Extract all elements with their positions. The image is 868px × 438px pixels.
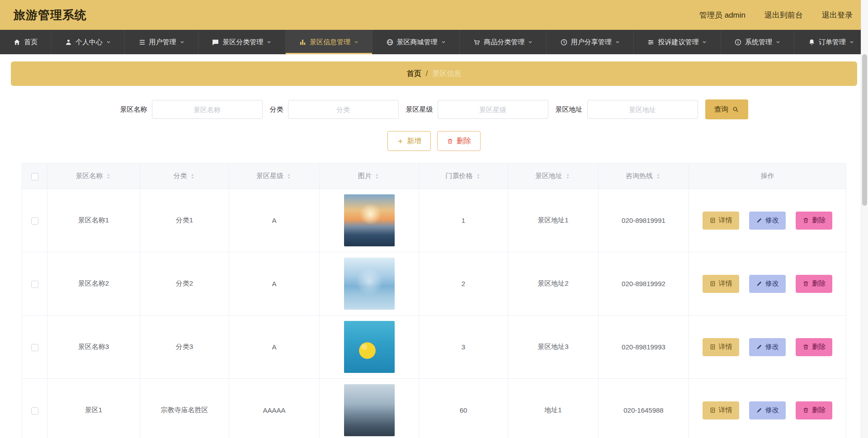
column-header-hotline[interactable]: 咨询热线 [599,164,689,189]
row-checkbox[interactable] [31,407,38,414]
column-header-star-level[interactable]: 景区星级 [229,164,320,189]
cell-category: 分类3 [140,316,229,379]
sort-icon[interactable] [374,173,380,179]
column-header-ticket-price[interactable]: 门票价格 [419,164,508,189]
scenic-image [344,194,395,246]
table-row: 景区名称1 分类1 A 1 景区地址1 020-89819991 详情 修改 删… [22,189,846,252]
bulk-delete-button[interactable]: 删除 [437,131,481,151]
row-delete-button[interactable]: 删除 [796,401,832,419]
cell-category: 分类1 [140,189,229,252]
sliders-icon [647,38,655,46]
detail-button[interactable]: 详情 [703,212,739,230]
column-label: 操作 [761,172,774,180]
cell-star-level: A [229,189,320,252]
edit-button[interactable]: 修改 [749,401,786,419]
chevron-down-icon [266,39,272,45]
main-nav: 首页 个人中心 用户管理 景区分类管理 景区信息管理 景区商城管理 商品分类管理… [0,30,868,54]
row-delete-button[interactable]: 删除 [796,212,832,230]
scenic-image [344,321,395,373]
filter-fields: 景区名称 分类 景区星级 景区地址 [120,100,705,119]
back-to-front-link[interactable]: 退出到前台 [764,10,803,20]
nav-item-label: 个人中心 [75,38,103,47]
filter-field-scenic-name: 景区名称 [120,100,263,119]
chevron-down-icon [354,39,359,45]
column-header-category[interactable]: 分类 [140,164,229,189]
nav-item-scenic-info-management[interactable]: 景区信息管理 [286,30,373,54]
cell-star-level: A [229,252,320,316]
add-button[interactable]: 新增 [387,131,431,151]
detail-button[interactable]: 详情 [703,401,739,419]
cell-scenic-name: 景区名称3 [47,316,140,379]
bell-icon [808,38,816,46]
breadcrumb-home[interactable]: 首页 [407,69,421,79]
row-checkbox-cell [22,189,47,252]
chevron-down-icon [106,39,111,45]
nav-item-order-management[interactable]: 订单管理 [794,30,868,54]
cell-scenic-name: 景区名称2 [47,252,140,316]
search-button[interactable]: 查询 [705,99,748,119]
app-title: 旅游管理系统 [14,7,87,23]
detail-button[interactable]: 详情 [703,275,739,293]
column-header-scenic-address[interactable]: 景区地址 [508,164,599,189]
sort-icon[interactable] [565,173,571,179]
nav-item-scenic-mall-management[interactable]: 景区商城管理 [373,30,460,54]
nav-item-home[interactable]: 首页 [0,30,52,54]
column-label: 咨询热线 [626,172,653,180]
scrollbar-thumb[interactable] [862,54,867,206]
nav-item-label: 投诉建议管理 [658,38,698,47]
nav-item-personal-center[interactable]: 个人中心 [52,30,125,54]
cell-ticket-price: 1 [419,189,508,252]
page-scrollbar[interactable] [861,0,868,438]
sort-icon[interactable] [286,173,292,179]
chevron-down-icon [179,39,185,45]
cell-hotline: 020-89819992 [599,252,689,316]
row-checkbox[interactable] [31,217,38,225]
select-all-checkbox[interactable] [31,173,38,180]
row-checkbox[interactable] [31,281,38,288]
filter-field-scenic-address: 景区地址 [556,100,698,119]
column-header-scenic-name[interactable]: 景区名称 [47,164,140,189]
scenic-name-input[interactable] [152,100,263,119]
chevron-down-icon [615,39,620,45]
table-body: 景区名称1 分类1 A 1 景区地址1 020-89819991 详情 修改 删… [22,189,846,438]
nav-item-system-management[interactable]: 系统管理 [721,30,795,54]
nav-item-user-management[interactable]: 用户管理 [125,30,198,54]
row-delete-button[interactable]: 删除 [796,275,832,293]
cell-actions: 详情 修改 删除 [689,379,846,438]
row-delete-button[interactable]: 删除 [796,338,832,356]
row-checkbox[interactable] [31,344,38,351]
cell-ticket-price: 2 [419,252,508,316]
cell-image [320,189,419,252]
sort-icon[interactable] [475,173,481,179]
trash-icon [447,138,453,145]
scenic-address-input[interactable] [587,100,698,119]
edit-button[interactable]: 修改 [749,338,786,356]
cell-actions: 详情 修改 删除 [689,189,846,252]
column-label: 门票价格 [446,172,473,180]
column-header-image[interactable]: 图片 [320,164,419,189]
logout-link[interactable]: 退出登录 [822,10,853,20]
filter-field-star-level: 景区星级 [406,100,548,119]
edit-button[interactable]: 修改 [749,212,786,230]
pencil-icon [756,407,763,414]
edit-button[interactable]: 修改 [749,275,786,293]
nav-item-user-share-management[interactable]: 用户分享管理 [547,30,634,54]
sort-icon[interactable] [655,173,661,179]
search-button-label: 查询 [714,105,729,114]
pencil-icon [756,217,763,224]
nav-item-product-category-management[interactable]: 商品分类管理 [460,30,547,54]
star-level-input[interactable] [438,100,548,119]
nav-item-complaint-suggestion-management[interactable]: 投诉建议管理 [634,30,721,54]
info-icon [734,38,742,46]
sort-icon[interactable] [189,173,196,179]
category-input[interactable] [288,100,399,119]
pencil-icon [756,280,763,287]
sort-icon[interactable] [105,173,112,179]
detail-button[interactable]: 详情 [703,338,739,356]
admin-user-label: 管理员 admin [699,10,745,20]
add-button-label: 新增 [407,137,421,146]
column-header-actions: 操作 [689,164,846,189]
breadcrumb-current: 景区信息 [432,69,461,79]
nav-item-scenic-category-management[interactable]: 景区分类管理 [198,30,286,54]
action-bar: 新增 删除 [0,131,868,151]
